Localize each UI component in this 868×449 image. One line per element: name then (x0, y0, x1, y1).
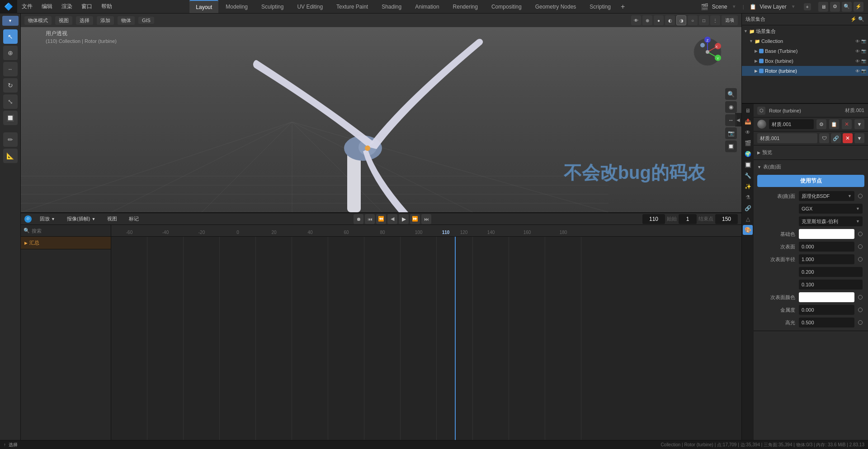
outliner-search-icon[interactable]: 🔍 (858, 16, 864, 22)
render-region-btn[interactable]: 🔲 (725, 140, 737, 152)
tab-rendering[interactable]: Rendering (447, 0, 484, 13)
prop-material-icon[interactable]: 🎨 (743, 225, 753, 235)
summary-item[interactable]: ▶ 汇总 (21, 237, 111, 249)
current-frame-input[interactable]: 110 (642, 214, 665, 224)
scene-name[interactable]: Scene (712, 4, 727, 10)
rotate-tool[interactable]: ↻ (3, 78, 18, 93)
jump-start-btn[interactable]: ⏮ (365, 214, 375, 224)
box-eye[interactable]: 👁 (855, 59, 860, 64)
prop-output-icon[interactable]: 📤 (743, 117, 753, 126)
prop-constraints-icon[interactable]: 🔗 (743, 203, 753, 213)
prop-particles-icon[interactable]: ✨ (743, 182, 753, 192)
tab-texture-paint[interactable]: Texture Paint (330, 0, 374, 13)
preview-section-title[interactable]: ▶ 预览 (754, 147, 868, 158)
menu-file[interactable]: 文件 (17, 0, 37, 13)
viewport-shading-1[interactable]: ● (654, 15, 664, 25)
nav-gizmo[interactable]: X Y Z (692, 36, 723, 69)
outliner-filter-icon[interactable]: ⚡ (850, 16, 857, 22)
select-menu[interactable]: 选择 (76, 16, 93, 25)
material-settings-btn[interactable]: ⚙ (816, 119, 826, 129)
measure-tool[interactable]: 📐 (3, 149, 18, 163)
outliner-scene-collection[interactable]: ▼ 📁 场景集合 (742, 26, 868, 36)
viewport-options-btn[interactable]: 选项 (722, 15, 738, 25)
outliner-collection[interactable]: ▼ 📁 Collection 👁 📷 (742, 36, 868, 46)
material-type-btn[interactable]: 材质.001 (757, 133, 817, 143)
base-eye[interactable]: 👁 (855, 49, 860, 54)
interpolation-dropdown[interactable]: 报像(插帧) ▼ (63, 215, 99, 223)
scale-tool[interactable]: ⤡ (3, 94, 18, 109)
settings-icon-btn[interactable]: ⚙ (830, 2, 840, 12)
move-tool-2[interactable]: ↔ (3, 62, 18, 76)
metallic-socket[interactable] (858, 308, 863, 312)
menu-help[interactable]: 帮助 (97, 0, 117, 13)
status-left-icon[interactable]: ↑ (4, 442, 6, 447)
tab-sculpting[interactable]: Sculpting (255, 0, 290, 13)
local-view-btn[interactable]: ↔ (725, 114, 737, 126)
camera-btn[interactable]: 📷 (725, 127, 737, 139)
move-tool[interactable]: ⊕ (3, 46, 18, 60)
prop-world-icon[interactable]: 🌍 (743, 149, 753, 159)
select-tool[interactable]: ↖ (3, 29, 18, 44)
annotate-tool[interactable]: ✏ (3, 132, 18, 147)
timeline-ruler[interactable]: -60 -40 -20 0 20 40 60 80 100 110 120 14… (111, 225, 741, 237)
prop-physics-icon[interactable]: ⚗ (743, 192, 753, 202)
viewport-overlay-btn[interactable]: 👁 (631, 15, 641, 25)
tab-shading[interactable]: Shading (375, 0, 408, 13)
specular-socket[interactable] (858, 320, 863, 325)
viewport-shading-2[interactable]: ◐ (665, 15, 675, 25)
outliner-base-turbine[interactable]: ▶ Base (Turbine) 👁 📷 (742, 46, 868, 56)
rotor-render[interactable]: 📷 (861, 69, 866, 73)
tab-compositing[interactable]: Compositing (485, 0, 528, 13)
subsurface-radius-socket[interactable] (858, 257, 863, 262)
base-render[interactable]: 📷 (861, 49, 866, 53)
zoom-reset-btn[interactable]: ◉ (725, 101, 737, 113)
timeline-search-input[interactable] (32, 228, 108, 234)
timeline-content[interactable] (111, 237, 741, 444)
step-fwd-btn[interactable]: ⏩ (410, 214, 420, 224)
distribution-dropdown[interactable]: GGX ▼ (799, 204, 863, 214)
tab-layout[interactable]: Layout (189, 0, 218, 13)
material-copy-btn[interactable]: 📋 (829, 119, 839, 129)
viewport-more-btn[interactable]: ⋮ (710, 15, 720, 25)
subsurface-input[interactable]: 0.000 (799, 242, 854, 252)
base-color-swatch[interactable] (799, 229, 854, 239)
timeline-marker-btn[interactable]: 标记 (125, 215, 142, 223)
surface-socket[interactable] (858, 194, 863, 198)
subsurface-color-swatch[interactable] (799, 292, 854, 302)
surface-type-dropdown[interactable]: 原理化BSDF ▼ (799, 191, 854, 201)
transform-tool[interactable]: 🔲 (3, 111, 18, 125)
viewport-canvas[interactable]: 不会改bug的码农 (21, 14, 741, 212)
viewport-shading-5[interactable]: □ (699, 15, 709, 25)
prop-modifier-icon[interactable]: 🔧 (743, 171, 753, 181)
surface-section-title[interactable]: ▼ 表(曲)面 (754, 162, 868, 172)
subsurface-socket[interactable] (858, 244, 863, 249)
tab-modeling[interactable]: Modeling (219, 0, 254, 13)
filter-icon-btn[interactable]: ⚡ (854, 2, 863, 12)
end-frame-input[interactable]: 150 (715, 214, 738, 224)
material-remove-btn[interactable]: ✕ (842, 119, 852, 129)
tab-scripting[interactable]: Scripting (583, 0, 617, 13)
subsurface-method-dropdown[interactable]: 克里斯坦森-伯利 ▼ (799, 216, 863, 226)
tab-uv-editing[interactable]: UV Editing (291, 0, 329, 13)
add-workspace-btn[interactable]: + (804, 3, 811, 10)
outliner-rotor-turbine[interactable]: ▶ Rotor (turbine) 👁 📷 (742, 66, 868, 76)
play-btn[interactable]: ▶ (399, 214, 409, 224)
prop-object-icon[interactable]: 🔲 (743, 160, 753, 170)
step-back-btn[interactable]: ⏪ (376, 214, 386, 224)
menu-render[interactable]: 渲染 (57, 0, 77, 13)
tab-add[interactable]: + (618, 0, 627, 13)
outliner-collection-render[interactable]: 📷 (861, 39, 866, 43)
record-btn[interactable]: ⏺ (354, 214, 363, 224)
tab-animation[interactable]: Animation (409, 0, 445, 13)
search-icon-btn[interactable]: 🔍 (842, 2, 852, 12)
subsurface-radius-2-input[interactable]: 0.200 (799, 267, 863, 277)
viewport-shading-3[interactable]: ◑ (676, 15, 686, 25)
menu-window[interactable]: 窗口 (77, 0, 97, 13)
subsurface-radius-3-input[interactable]: 0.100 (799, 280, 863, 290)
view-menu[interactable]: 视图 (55, 16, 72, 25)
prop-object-data-icon[interactable]: △ (743, 214, 753, 224)
mode-dropdown[interactable]: 物体模式 (24, 16, 52, 25)
3d-viewport[interactable]: 不会改bug的码农 物体模式 视图 选择 添加 物体 GIS 👁 ⊕ ● ◐ ◑… (21, 14, 741, 212)
base-color-socket[interactable] (858, 232, 863, 236)
material-link-btn[interactable]: 🔗 (831, 133, 841, 143)
